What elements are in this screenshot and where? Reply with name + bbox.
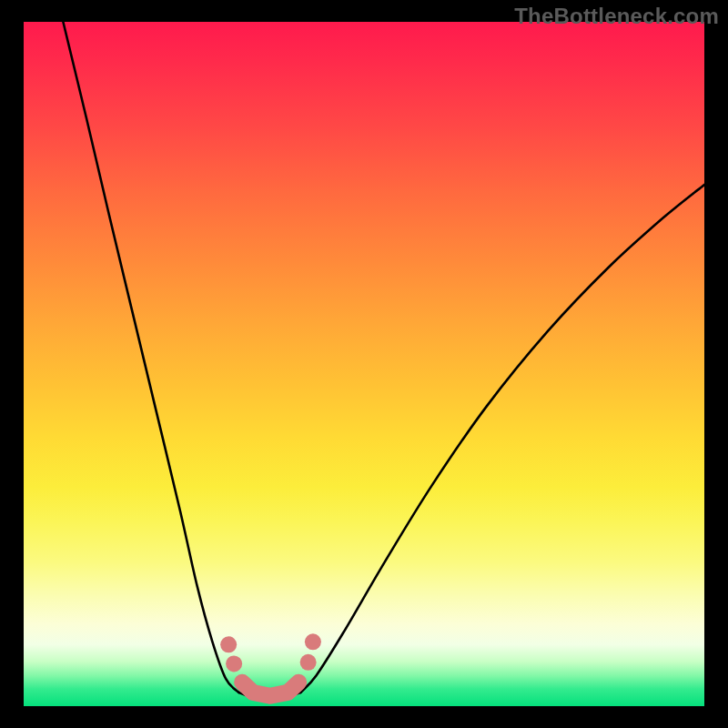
valley-joint-marker [242, 682, 298, 696]
marker-left-upper [220, 636, 237, 652]
chart-frame [24, 22, 704, 706]
marker-right-lower [300, 654, 317, 671]
curve-right [300, 185, 704, 693]
curve-left [63, 22, 238, 693]
curve-svg [24, 22, 704, 706]
watermark-text: TheBottleneck.com [514, 4, 719, 29]
marker-right-upper [305, 633, 321, 650]
marker-left-lower [226, 655, 242, 672]
